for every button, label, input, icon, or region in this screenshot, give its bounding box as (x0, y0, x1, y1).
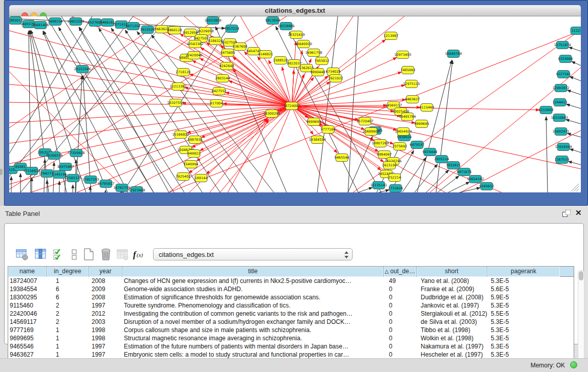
float-panel-icon[interactable] (562, 210, 571, 217)
clear-selection-icon[interactable] (67, 247, 81, 261)
graph-node[interactable]: 17359928 (68, 149, 84, 157)
graph-node[interactable]: 9227341 (556, 71, 571, 78)
graph-node[interactable]: 1244413 (553, 99, 568, 106)
graph-node[interactable]: 11123 (571, 27, 581, 35)
delete-column-icon[interactable] (115, 247, 129, 261)
network-canvas[interactable]: 1805013140557122069140616981541065328715… (9, 16, 581, 192)
column-header-title[interactable]: title (122, 267, 384, 277)
graph-node[interactable]: 6479197 (410, 141, 425, 149)
select-all-icon[interactable] (52, 247, 66, 261)
graph-node[interactable]: 9899695 (415, 120, 429, 128)
table-row[interactable]: 969969511998Structural magnetic resonanc… (8, 334, 574, 342)
graph-node[interactable]: 15751874 (554, 41, 571, 49)
function-builder-icon[interactable]: f (x) (132, 247, 146, 261)
graph-node[interactable]: 7485063 (401, 67, 416, 74)
table-row[interactable]: 911546021997Tourette syndrome. Phenomeno… (8, 301, 574, 310)
column-header-pagerank[interactable]: pagerank (487, 267, 560, 277)
graph-node[interactable]: 252214 (388, 174, 401, 182)
graph-node[interactable]: 20691406 (32, 21, 49, 29)
graph-node[interactable]: 12505135 (64, 174, 81, 182)
graph-node[interactable]: 2935114 (434, 156, 449, 163)
graph-node[interactable]: 1213967 (384, 32, 399, 40)
graph-node[interactable]: 15720407 (356, 118, 373, 125)
column-header-short[interactable]: short (417, 267, 487, 277)
graph-node[interactable]: 7955812 (315, 57, 330, 65)
graph-node[interactable]: 12213363 (169, 83, 186, 91)
graph-node[interactable]: 16795817 (97, 180, 114, 188)
network-window-titlebar[interactable]: citations_edges.txt (9, 5, 581, 16)
graph-node[interactable]: 22420046 (185, 52, 202, 59)
graph-node[interactable]: 9242848 (220, 62, 234, 70)
graph-node[interactable]: 9777169 (321, 126, 336, 134)
graph-node[interactable]: 7832621 (446, 162, 461, 169)
graph-node[interactable]: 9115460 (420, 104, 434, 112)
graph-node[interactable]: 9671358 (126, 23, 141, 30)
graph-node[interactable]: 1167533 (555, 156, 570, 164)
graph-node[interactable]: 12093872 (552, 84, 569, 92)
graph-node[interactable]: 9329966 (558, 55, 573, 63)
graph-node[interactable]: 9463627 (405, 96, 420, 103)
graph-node[interactable]: 15166822 (172, 131, 189, 139)
table-row[interactable]: 1456911722003Disruption of a novel membe… (8, 318, 574, 326)
column-header-in_degree[interactable]: in_degree (47, 267, 89, 277)
graph-node[interactable]: 16961758 (305, 49, 322, 57)
graph-node[interactable]: 16648784 (445, 50, 462, 58)
graph-node[interactable]: 18724007 (283, 102, 300, 110)
graph-node[interactable]: 12975115 (403, 80, 420, 88)
close-panel-icon[interactable]: ✕ (575, 208, 582, 217)
graph-node[interactable]: 8427552 (212, 87, 227, 95)
table-row[interactable]: 1872400712008Changes of HCN gene express… (8, 277, 574, 285)
table-row[interactable]: 1830029562008Estimation of significance … (8, 293, 574, 301)
graph-node[interactable]: 949822 (188, 150, 201, 158)
graph-node[interactable]: 18807269 (372, 140, 388, 147)
graph-node[interactable]: 9474444 (423, 148, 438, 156)
graph-node[interactable]: 9146821 (258, 51, 273, 58)
graph-node[interactable]: 7625402 (176, 173, 191, 181)
graph-node[interactable]: 9860128 (167, 27, 182, 34)
graph-node[interactable]: 1733426 (388, 185, 403, 192)
graph-node[interactable]: 7615526 (140, 26, 155, 34)
graph-node[interactable]: 10653287 (67, 18, 84, 26)
graph-node[interactable]: 12923468 (128, 187, 145, 193)
graph-node[interactable]: 18495784 (399, 113, 416, 121)
table-scrollbar-thumb[interactable] (579, 271, 583, 280)
graph-node[interactable]: 9245652 (480, 183, 494, 190)
table-row[interactable]: 1938455462009Genome-wide association stu… (8, 285, 574, 293)
new-table-icon[interactable] (81, 247, 96, 261)
graph-node[interactable]: 1615192 (382, 162, 397, 169)
graph-node[interactable]: 3475685 (221, 49, 235, 57)
table-select-dropdown[interactable]: citations_edges.txt (153, 248, 353, 260)
graph-node[interactable]: 8215958 (539, 106, 554, 114)
graph-node[interactable]: 18107554 (167, 99, 184, 107)
graph-node[interactable]: 12156823 (23, 167, 40, 175)
graph-node[interactable]: 20153346 (74, 65, 91, 73)
graph-node[interactable]: 8186328 (208, 37, 223, 45)
graph-node[interactable]: 20206576 (46, 152, 62, 160)
graph-node[interactable]: 2718120 (176, 69, 191, 76)
graph-node[interactable]: 9465546 (335, 154, 350, 162)
table-row[interactable]: 2242004622012Investigating the contribut… (8, 310, 574, 318)
graph-node[interactable]: 16033809 (204, 17, 221, 25)
graph-node[interactable]: 15692971 (552, 128, 569, 136)
graph-node[interactable]: 19384554 (309, 136, 325, 144)
graph-node[interactable]: 9699695 (307, 118, 321, 126)
graph-node[interactable]: 18226058 (197, 28, 213, 35)
graph-node[interactable]: 1621022 (329, 75, 343, 82)
graph-node[interactable]: 10973493 (394, 51, 411, 59)
graph-node[interactable]: 2367608 (233, 43, 248, 51)
graph-node[interactable]: 8471676 (457, 168, 472, 176)
graph-node[interactable]: 1588520 (273, 57, 288, 64)
graph-node[interactable]: 17016504 (555, 143, 572, 151)
column-header-out_de[interactable]: △out_de… (384, 267, 417, 277)
graph-node[interactable]: 5887835 (188, 136, 203, 144)
graph-node[interactable]: 9890448 (311, 69, 325, 76)
table-row[interactable]: 946362711997Embryonic stem cells: a mode… (8, 351, 574, 359)
graph-node[interactable]: 19218986 (277, 23, 294, 30)
graph-node[interactable]: 16640910 (295, 40, 312, 48)
table-scrollbar[interactable] (578, 270, 584, 361)
graph-node[interactable]: 7075692 (393, 143, 407, 150)
graph-node[interactable]: 1540994 (184, 161, 199, 168)
graph-node[interactable]: 16135141 (370, 182, 387, 189)
show-columns-icon[interactable] (33, 247, 48, 261)
graph-node[interactable]: 10543382 (186, 40, 203, 48)
